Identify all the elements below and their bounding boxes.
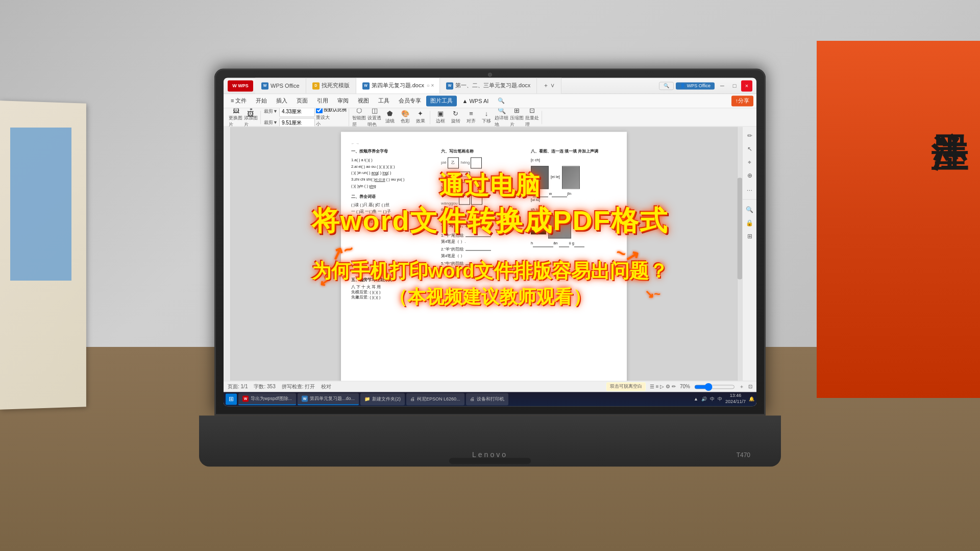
reset-size-btn[interactable]: 重设大小 — [316, 114, 330, 127]
transparent-btn[interactable]: ◫ 设置透明色 — [368, 111, 382, 124]
menu-vip[interactable]: 会员专享 — [395, 95, 425, 106]
taskbar-printers[interactable]: 🖨 设备和打印机 — [466, 393, 508, 405]
update-image-btn[interactable]: 🖼 更换图片 — [229, 111, 243, 124]
menu-search[interactable]: 🔍 — [494, 96, 509, 106]
toolbar-edit-group: ⬡ 智能图层 ◫ 设置透明色 ⬟ 滤镜 🎨 色 — [350, 111, 430, 124]
title-bar: W WPS W WPS Office D 找死究模版 W 第四单元复习题.doc — [224, 78, 756, 94]
menu-page[interactable]: 页面 — [292, 95, 312, 106]
document-area: ← → ⊣ ⊢ 一、按顺序养全字母 1.a( ) a — [224, 127, 756, 381]
taskbar-doc[interactable]: W 第四单元复习题...do... — [298, 393, 359, 405]
width-input[interactable] — [279, 108, 315, 117]
filter-btn[interactable]: ⬟ 滤镜 — [383, 111, 397, 124]
smart-layer-btn[interactable]: ⬡ 智能图层 — [352, 111, 366, 124]
tab-new[interactable]: ＋ ∨ — [537, 78, 561, 93]
compress-icon: ⊞ — [513, 108, 521, 114]
transparent-icon: ◫ — [371, 108, 379, 114]
double-click-hint: 双击可脱离空白 — [606, 382, 646, 391]
panel-zoom-in-icon[interactable]: 🔍 — [745, 205, 755, 215]
wps-logo: W WPS — [228, 80, 253, 91]
border-btn[interactable]: ▣ 边框 — [433, 111, 448, 124]
menu-tools[interactable]: 工具 — [374, 95, 394, 106]
align-btn[interactable]: ≡ 对齐 — [464, 111, 478, 124]
taskbar-folder[interactable]: 📁 新建文件夹(2) — [360, 393, 405, 405]
menu-file[interactable]: ≡ 文件 — [227, 95, 251, 106]
height-input[interactable] — [279, 118, 315, 127]
doc-header: ← → ⊣ ⊢ — [351, 142, 617, 145]
menu-view[interactable]: 视图 — [354, 95, 373, 106]
panel-crop2-icon[interactable]: ⊞ — [745, 231, 755, 241]
spell-check: 拼写检查: 打开 — [282, 383, 315, 390]
taskbar-wps-icon: W — [242, 395, 249, 402]
add-frame-icon: ➕🖼 — [247, 108, 255, 114]
taskbar-right: ▲ 🔊 中 中 13:46 2024/11/7 🔔 — [694, 393, 754, 405]
tab-find[interactable]: D 找死究模版 — [306, 78, 356, 93]
tab-close-doc1[interactable]: ○ × — [427, 83, 433, 89]
notification-icon[interactable]: 🔔 — [749, 396, 754, 402]
ratio-checkbox[interactable] — [316, 108, 323, 113]
login-icon: 👤 — [680, 83, 685, 88]
start-button[interactable]: ⊞ — [226, 393, 237, 405]
menu-image-tools[interactable]: 图片工具 — [426, 95, 457, 106]
effect-btn[interactable]: ✦ 效果 — [413, 111, 428, 124]
tray-volume[interactable]: 🔊 — [701, 396, 707, 402]
detail-btn[interactable]: 🔍 趋详细地 — [495, 111, 509, 124]
laptop-body: W WPS W WPS Office D 找死究模版 W 第四单元复习题.doc — [214, 68, 766, 466]
section3-content: pié 乙 héng — [441, 157, 527, 220]
zoom-slider[interactable] — [694, 383, 735, 391]
taskbar-epson[interactable]: 🖨 柯尼EPSON L6260... — [406, 393, 464, 405]
close-button[interactable]: × — [741, 80, 752, 91]
menu-wps-ai[interactable]: ▲ WPS AI — [458, 96, 493, 106]
phonetic-box-3: 一 — [459, 171, 470, 183]
filter-icon: ⬟ — [386, 110, 394, 117]
batch-icon: ⊡ — [528, 108, 536, 114]
taskbar-edge-browser[interactable]: W 导出为wpspdf图除... — [238, 393, 296, 405]
tab-wps-office[interactable]: W WPS Office — [255, 78, 306, 93]
tray-lang2[interactable]: 中 — [718, 396, 722, 403]
batch-btn[interactable]: ⊡ 批量处理 — [525, 111, 540, 124]
compress-btn[interactable]: ⊞ 压缩图片 — [510, 111, 524, 124]
window-controls: ─ □ × — [717, 80, 752, 91]
menu-review[interactable]: 审阅 — [333, 95, 353, 106]
tab-doc1[interactable]: W 第四单元复习题.docx ○ × — [356, 78, 440, 93]
status-bar: 页面: 1/1 字数: 353 拼写检查: 打开 校对 双击可脱离空白 ☰ ≡ … — [224, 381, 756, 392]
image-3 — [548, 215, 571, 238]
move-down-btn[interactable]: ↓ 下移 — [479, 111, 494, 124]
panel-lock-icon[interactable]: 🔒 — [745, 218, 755, 228]
menu-reference[interactable]: 引用 — [313, 95, 332, 106]
fit-page-icon[interactable]: ⊡ — [748, 384, 752, 389]
section4-content: 1."牛"尾范组: 第4笔是（ ）. 2."羊"的范组: 第4笔是（ ） 5."… — [441, 232, 527, 274]
panel-zoom-icon[interactable]: ⊕ — [745, 170, 755, 181]
tab-doc2[interactable]: W 第一、二、三单元复习题.docx — [440, 78, 537, 93]
document-page: ← → ⊣ ⊢ 一、按顺序养全字母 1.a( ) a — [341, 132, 627, 381]
login-button[interactable]: 👤 WPS Office — [676, 82, 715, 89]
doc-lower-left: 五、偏旁节写程划分类 八 下 十 火 耳 用 先横后竖: ( )( )( ) 先… — [351, 278, 482, 300]
vertical-scrollbar[interactable] — [737, 127, 742, 381]
panel-edit-icon[interactable]: ✏ — [745, 131, 755, 141]
maximize-button[interactable]: □ — [729, 80, 740, 91]
page-indicator: 页面: 1/1 — [228, 383, 248, 390]
scroll-thumb[interactable] — [738, 178, 742, 279]
add-frame-btn[interactable]: ➕🖼 添加图片 — [244, 111, 258, 124]
panel-select-icon[interactable]: ↖ — [745, 144, 755, 154]
section5-content: [c ch] [ei le] — [531, 157, 617, 247]
windows-taskbar: ⊞ W 导出为wpspdf图除... W 第四单元复习题...do... 📁 新… — [224, 392, 756, 406]
menu-share[interactable]: ↑分享 — [731, 95, 754, 106]
border-icon: ▣ — [436, 110, 445, 117]
zoom-in-icon[interactable]: ＋ — [739, 383, 744, 390]
minimize-button[interactable]: ─ — [717, 80, 728, 91]
menu-start[interactable]: 开始 — [252, 95, 271, 106]
document-main[interactable]: ← → ⊣ ⊢ 一、按顺序养全字母 1.a( ) a — [231, 127, 737, 381]
tray-expand[interactable]: ▲ — [694, 396, 698, 402]
panel-crop-icon[interactable]: ⌖ — [745, 157, 755, 167]
panel-more-icon[interactable]: … — [745, 184, 755, 194]
image-2 — [562, 166, 580, 189]
menu-insert[interactable]: 插入 — [272, 95, 291, 106]
clock-display[interactable]: 13:46 2024/11/7 — [725, 393, 746, 405]
doc-lower: 五、偏旁节写程划分类 八 下 十 火 耳 用 先横后竖: ( )( )( ) 先… — [351, 278, 617, 300]
tray-lang-zh[interactable]: 中 — [710, 396, 715, 403]
panel-divider — [743, 199, 756, 199]
section5-title: 八、看图、连一连 填一填 并加上声调 — [531, 148, 617, 155]
color-btn[interactable]: 🎨 色彩 — [398, 111, 412, 124]
rotate-btn[interactable]: ↻ 旋转 — [449, 111, 463, 124]
search-button[interactable]: 🔍 — [659, 82, 674, 90]
